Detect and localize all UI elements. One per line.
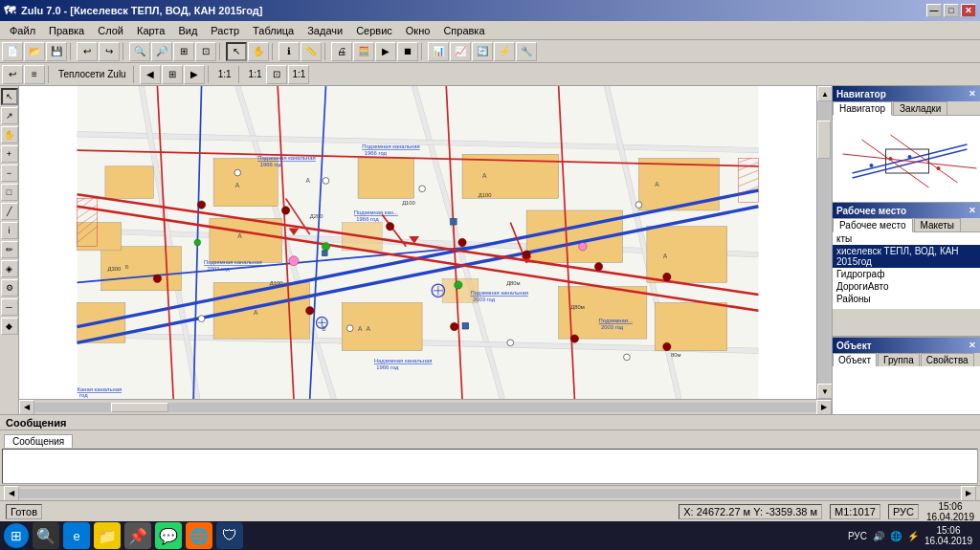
scroll-up-button[interactable]: ▲ [817,86,833,101]
svg-point-53 [458,238,466,246]
tb-zoom-all[interactable]: ⊞ [173,42,194,61]
tb2-arrow-left[interactable]: ◀ [140,65,161,84]
tb-zoom-sel[interactable]: ⊡ [195,42,216,61]
tb-info[interactable]: ℹ [278,42,300,61]
menu-tasks[interactable]: Задачи [301,24,348,37]
svg-text:год: год [79,392,88,398]
taskbar-edge[interactable]: e [63,522,90,549]
menu-raster[interactable]: Растр [205,24,245,37]
ws-item-0[interactable]: кты [833,232,980,245]
menu-help[interactable]: Справка [437,24,490,37]
tb2-zoom-box[interactable]: ⊞ [162,65,183,84]
taskbar-search[interactable]: 🔍 [33,522,59,549]
tool-pan[interactable]: ✋ [1,126,18,143]
tb-calc[interactable]: 🧮 [353,42,374,61]
menu-layer[interactable]: Слой [92,24,129,37]
workspace-close[interactable]: ✕ [969,206,976,215]
tb-run[interactable]: ▶ [375,42,396,61]
taskbar-security[interactable]: 🛡 [216,522,243,549]
close-button[interactable]: ✕ [961,4,976,17]
tb-extra1[interactable]: 📊 [428,42,449,61]
taskbar: ⊞ 🔍 e 📁 📌 💬 🌐 🛡 РУС 🔊 🌐 ⚡ 15:06 16.04.20… [0,521,980,550]
tab-workspace[interactable]: Рабочее место [833,218,913,232]
msg-scroll-right[interactable]: ▶ [961,486,976,501]
tb-zoom-in[interactable]: 🔍 [129,42,150,61]
menu-file[interactable]: Файл [4,24,41,37]
tb2-zoom-fit[interactable]: ⊡ [266,65,287,84]
tool-measure-line[interactable]: ╱ [1,203,18,220]
menu-service[interactable]: Сервис [350,24,398,37]
toolbar-main: 📄 📂 💾 ↩ ↪ 🔍 🔎 ⊞ ⊡ ↖ ✋ ℹ 📏 🖨 🧮 ▶ ⏹ 📊 📈 🔄 … [0,40,980,63]
taskbar-whatsapp[interactable]: 💬 [155,522,182,549]
tool-zoom-in[interactable]: + [1,145,18,163]
tb-measure[interactable]: 📏 [301,42,322,61]
tb-print[interactable]: 🖨 [331,42,352,61]
tool-edit[interactable]: ✏ [1,241,18,258]
menu-view[interactable]: Вид [172,24,203,37]
tb-save[interactable]: 💾 [46,42,67,61]
tool-select2[interactable]: ↗ [1,107,18,124]
scroll-thumb-horizontal[interactable] [111,403,168,412]
scroll-left-button[interactable]: ◀ [19,400,34,415]
menu-map[interactable]: Карта [131,24,170,37]
scroll-down-button[interactable]: ▼ [817,384,833,399]
tool-valve[interactable]: ◆ [1,318,18,335]
tool-info[interactable]: i [1,222,18,239]
tool-pipe[interactable]: ─ [1,298,18,316]
tb-undo[interactable]: ↩ [77,42,98,61]
maximize-button[interactable]: □ [944,4,959,17]
tb2-back[interactable]: ↩ [2,65,23,84]
tb-pan[interactable]: ✋ [248,42,269,61]
tool-settings[interactable]: ⚙ [1,279,18,297]
ws-item-3[interactable]: ДорогиАвто [833,280,980,293]
tool-node[interactable]: ◈ [1,260,18,277]
tab-bookmarks[interactable]: Закладки [893,101,947,115]
navigator-close[interactable]: ✕ [969,89,976,99]
tb-extra5[interactable]: 🔧 [516,42,537,61]
taskbar-browser[interactable]: 🌐 [186,522,212,549]
tool-measure-area[interactable]: □ [1,184,18,201]
tb-open[interactable]: 📂 [24,42,45,61]
map-area[interactable]: Подземная канальная 1966 год Подземная к… [19,86,816,399]
horizontal-scrollbar[interactable]: ◀ ▶ [19,399,832,414]
navigator-tabs: Навигатор Закладки [833,101,980,116]
tool-select[interactable]: ↖ [1,88,18,105]
ws-item-4[interactable]: Районы [833,293,980,305]
object-close[interactable]: ✕ [969,341,976,350]
taskbar-explorer[interactable]: 📁 [94,522,121,549]
tb-extra3[interactable]: 🔄 [472,42,493,61]
vertical-scrollbar[interactable]: ▲ ▼ [816,86,832,399]
tab-layouts[interactable]: Макеты [914,218,962,231]
ws-item-2[interactable]: Гидрограф [833,268,980,280]
tb-select[interactable]: ↖ [226,42,247,61]
tab-navigator[interactable]: Навигатор [833,101,892,116]
sep2 [122,43,126,60]
tab-group[interactable]: Группа [878,353,920,366]
tb2-layers[interactable]: ≡ [24,65,45,84]
menu-table[interactable]: Таблица [247,24,300,37]
tb-new[interactable]: 📄 [2,42,23,61]
tb2-zoom-100[interactable]: 1:1 [288,65,309,84]
menu-edit[interactable]: Правка [43,24,90,37]
taskbar-pin[interactable]: 📌 [124,522,151,549]
tb-stop[interactable]: ⏹ [397,42,418,61]
scroll-right-button[interactable]: ▶ [816,400,832,415]
tb2-arrow-right[interactable]: ▶ [184,65,205,84]
menu-window[interactable]: Окно [400,24,436,37]
scroll-thumb-vertical[interactable] [817,121,831,159]
tool-zoom-out[interactable]: − [1,165,18,182]
tab-properties[interactable]: Свойства [921,353,974,366]
tb-redo[interactable]: ↪ [99,42,120,61]
tb-zoom-out[interactable]: 🔎 [151,42,172,61]
tb-extra4[interactable]: ⚡ [494,42,515,61]
navigator-title: Навигатор [836,89,886,99]
tab-object[interactable]: Объект [833,353,877,366]
start-button[interactable]: ⊞ [4,523,29,548]
msg-scroll-left[interactable]: ◀ [4,486,19,501]
tb-extra2[interactable]: 📈 [450,42,471,61]
ws-item-1[interactable]: хиселевск ТЕПЛ, ВОД, КАН 2015год [833,245,980,268]
navigator-map[interactable] [833,116,980,202]
tab-messages[interactable]: Сообщения [4,434,73,448]
svg-text:2003 год: 2003 год [207,266,230,272]
minimize-button[interactable]: — [926,4,942,17]
